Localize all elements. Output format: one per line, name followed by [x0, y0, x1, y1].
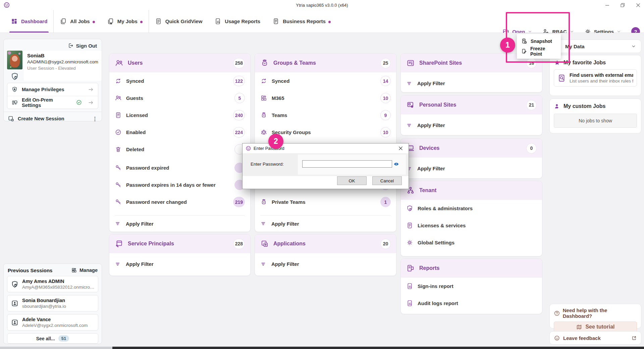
- previous-session-item[interactable]: Adele Vance AdeleV@sygx2.onmicrosoft.com: [7, 314, 98, 331]
- tenant-card-header[interactable]: Tenant: [401, 181, 542, 200]
- close-button[interactable]: [635, 2, 641, 8]
- see-tutorial-button[interactable]: See tutorial: [554, 322, 637, 332]
- cancel-button[interactable]: Cancel: [372, 176, 402, 185]
- nav-tab[interactable]: My Jobs: [101, 10, 149, 33]
- expand-icon[interactable]: [631, 335, 637, 341]
- sign-out-button[interactable]: Sign Out: [4, 39, 102, 49]
- apply-filter-button[interactable]: Apply Filter: [260, 215, 391, 232]
- ok-button[interactable]: OK: [337, 176, 367, 185]
- dropdown-menu-item[interactable]: Snapshot: [517, 36, 561, 46]
- ytria-logo-icon: [246, 146, 251, 151]
- row-icon: [115, 112, 122, 119]
- apply-filter-label: Apply Filter: [271, 221, 299, 227]
- session-action-row[interactable]: Manage Privileges: [7, 83, 98, 96]
- row-label: Sign-ins report: [418, 283, 522, 289]
- favorite-job-item[interactable]: Find users with external email ... List …: [554, 69, 637, 86]
- apply-filter-button[interactable]: Apply Filter: [406, 75, 537, 92]
- users-card-header[interactable]: Users 258: [109, 54, 250, 72]
- row-label: Synced: [126, 78, 229, 84]
- dialog-title-bar[interactable]: Enter Password: [243, 143, 409, 153]
- nav-tab[interactable]: Dashboard: [5, 10, 54, 33]
- eye-icon[interactable]: [393, 161, 399, 167]
- job-subtitle: List users and their inbox rules f...: [570, 78, 633, 83]
- minimize-button[interactable]: [604, 2, 610, 8]
- apply-filter-button[interactable]: Apply Filter: [115, 215, 245, 232]
- reports-card: Reports Sign-ins report Audit logs repor…: [400, 258, 542, 314]
- row-icon: [115, 129, 122, 136]
- row-icon: [115, 77, 122, 84]
- dropdown-menu-item[interactable]: Freeze Point: [517, 46, 561, 56]
- sessions-count-badge: 51: [58, 335, 69, 342]
- filter-icon: [406, 122, 413, 129]
- nav-tab[interactable]: Quick GridView: [149, 10, 209, 33]
- total-badge: 0: [526, 143, 537, 154]
- leave-feedback-card[interactable]: Leave feedback: [549, 331, 641, 345]
- chevron-down-icon[interactable]: [631, 44, 636, 49]
- session-user-email: sbounardjian@ytria.io: [22, 304, 66, 309]
- card-row[interactable]: Synced 122: [115, 72, 245, 90]
- create-new-session-button[interactable]: Create New Session ⋮: [4, 112, 102, 125]
- job-title: Find users with external email ...: [570, 72, 633, 78]
- previous-session-item[interactable]: Sonia Bounardjian sbounardjian@ytria.io: [7, 295, 98, 311]
- tenant-rows: Roles & administrators Licenses & servic…: [401, 200, 542, 251]
- user-info: SoniaB AADMIN1@sygx2.onmicrosoft.com Use…: [24, 51, 102, 81]
- card-row[interactable]: Roles & administrators: [406, 200, 537, 217]
- apply-filter-button[interactable]: Apply Filter: [260, 256, 391, 272]
- devices-card-header[interactable]: Devices 0: [401, 139, 542, 158]
- previous-sessions-title: Previous Sessions: [8, 268, 71, 273]
- personal-sites-card-header[interactable]: Personal Sites 21: [401, 96, 542, 114]
- card-row[interactable]: Password never changed 219: [115, 193, 245, 211]
- annotation-step-1: 1: [500, 38, 515, 53]
- nav-tab[interactable]: Usage Reports: [208, 10, 266, 33]
- apply-filter-button[interactable]: Apply Filter: [406, 160, 537, 177]
- card-row[interactable]: Synced 14: [260, 72, 391, 90]
- arrow-right-icon: [88, 86, 94, 93]
- card-row[interactable]: Deleted: [115, 141, 245, 158]
- applications-card-header[interactable]: Applications 20: [255, 234, 396, 253]
- dialog-body: Enter Password:: [243, 153, 409, 176]
- star-icon: [554, 59, 560, 66]
- open-dropdown-menu: Snapshot Freeze Point: [517, 34, 561, 59]
- row-badge: 1: [380, 197, 391, 207]
- card-row[interactable]: Sign-ins report: [406, 278, 537, 295]
- previous-session-item[interactable]: Amy Ames ADMIN AmyA@M365x85832012.onmicr…: [7, 276, 98, 292]
- session-action-row[interactable]: Edit On-Prem Settings: [7, 96, 98, 109]
- report-icon: [406, 264, 415, 273]
- user-avatar: [7, 51, 22, 69]
- nav-tab-label: Dashboard: [21, 18, 47, 24]
- card-row[interactable]: Teams 9: [260, 107, 391, 124]
- row-label: Audit logs report: [418, 300, 522, 306]
- card-row[interactable]: Guests 5: [115, 90, 245, 107]
- person-icon: [554, 103, 560, 110]
- service-principals-card-header[interactable]: Service Principals 228: [109, 234, 250, 253]
- password-input[interactable]: [302, 160, 392, 168]
- manage-sessions-button[interactable]: Manage: [71, 267, 98, 273]
- restore-button[interactable]: [619, 2, 626, 8]
- card-row[interactable]: Global Settings: [406, 234, 537, 251]
- menu-item-label: Snapshot: [531, 39, 552, 44]
- reports-card-header[interactable]: Reports: [401, 259, 542, 278]
- doc-search-icon: [557, 74, 566, 82]
- groups-card-header[interactable]: Groups & Teams 25: [255, 54, 396, 72]
- nav-tab[interactable]: Business Reports: [266, 10, 337, 33]
- action-icon: [11, 86, 18, 93]
- create-session-label: Create New Session: [18, 116, 89, 121]
- card-row[interactable]: Password expired: [115, 159, 245, 176]
- card-row[interactable]: Password expires in 14 days or fewer: [115, 176, 245, 193]
- card-row[interactable]: Licenses & services: [406, 217, 537, 234]
- annotation-step-2: 2: [268, 134, 283, 149]
- card-row[interactable]: Licensed 240: [115, 107, 245, 124]
- nav-tab[interactable]: All Jobs: [54, 10, 101, 33]
- card-row[interactable]: M365 10: [260, 90, 391, 107]
- apply-filter-button[interactable]: Apply Filter: [406, 117, 537, 133]
- question-circle-icon: [554, 310, 560, 316]
- kebab-menu-icon[interactable]: ⋮: [92, 116, 98, 122]
- apply-filter-button[interactable]: Apply Filter: [115, 256, 245, 272]
- card-row[interactable]: Audit logs report: [406, 295, 537, 312]
- see-all-button[interactable]: See all... 51: [7, 333, 98, 344]
- card-row[interactable]: Private Teams 1: [260, 193, 391, 211]
- card-row[interactable]: Enabled 224: [115, 124, 245, 141]
- my-data-card[interactable]: My Data: [549, 40, 641, 53]
- dialog-close-button[interactable]: [395, 145, 406, 152]
- filter-icon: [260, 261, 267, 268]
